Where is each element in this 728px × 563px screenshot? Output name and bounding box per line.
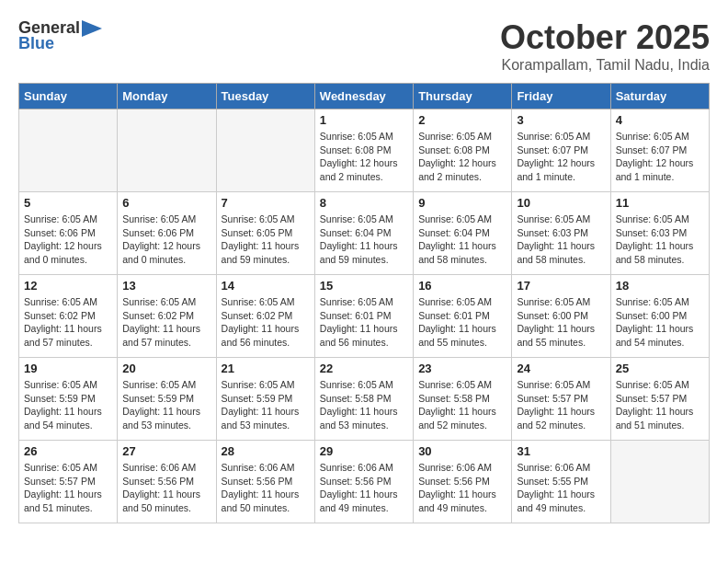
day-number: 27: [122, 444, 210, 458]
table-row: 31Sunrise: 6:06 AMSunset: 5:55 PMDayligh…: [512, 441, 610, 523]
table-row: 24Sunrise: 6:05 AMSunset: 5:57 PMDayligh…: [512, 358, 610, 441]
table-row: 30Sunrise: 6:06 AMSunset: 5:56 PMDayligh…: [414, 441, 512, 523]
svg-marker-0: [82, 20, 102, 37]
title-block: October 2025 Korampallam, Tamil Nadu, In…: [500, 18, 710, 74]
day-number: 16: [418, 279, 506, 293]
day-detail: Sunrise: 6:05 AMSunset: 6:02 PMDaylight:…: [24, 295, 112, 350]
table-row: 13Sunrise: 6:05 AMSunset: 6:02 PMDayligh…: [118, 275, 216, 358]
col-sunday: Sunday: [19, 84, 118, 109]
day-number: 5: [24, 196, 112, 210]
logo: General Blue: [18, 18, 102, 53]
day-number: 6: [122, 196, 210, 210]
day-detail: Sunrise: 6:06 AMSunset: 5:56 PMDaylight:…: [418, 461, 506, 515]
day-number: 29: [320, 444, 408, 458]
day-number: 10: [517, 196, 605, 210]
day-number: 25: [616, 362, 704, 375]
day-detail: Sunrise: 6:05 AMSunset: 5:57 PMDaylight:…: [517, 378, 605, 432]
col-saturday: Saturday: [610, 84, 709, 109]
day-detail: Sunrise: 6:05 AMSunset: 6:04 PMDaylight:…: [418, 213, 506, 267]
table-row: 2Sunrise: 6:05 AMSunset: 6:08 PMDaylight…: [414, 109, 512, 192]
table-row: 15Sunrise: 6:05 AMSunset: 6:01 PMDayligh…: [314, 275, 413, 358]
day-number: 7: [222, 196, 310, 210]
day-number: 17: [517, 279, 605, 293]
day-detail: Sunrise: 6:05 AMSunset: 6:03 PMDaylight:…: [517, 213, 605, 267]
day-number: 1: [320, 113, 408, 127]
table-row: 28Sunrise: 6:06 AMSunset: 5:56 PMDayligh…: [216, 441, 314, 523]
table-row: 6Sunrise: 6:05 AMSunset: 6:06 PMDaylight…: [118, 192, 216, 275]
day-number: 23: [418, 362, 506, 375]
day-number: 11: [616, 196, 704, 210]
table-row: 5Sunrise: 6:05 AMSunset: 6:06 PMDaylight…: [19, 192, 118, 275]
table-row: [216, 109, 314, 192]
table-row: 18Sunrise: 6:05 AMSunset: 6:00 PMDayligh…: [610, 275, 709, 358]
table-row: 20Sunrise: 6:05 AMSunset: 5:59 PMDayligh…: [118, 358, 216, 441]
day-number: 13: [122, 279, 210, 293]
table-row: 11Sunrise: 6:05 AMSunset: 6:03 PMDayligh…: [610, 192, 709, 275]
col-wednesday: Wednesday: [314, 84, 413, 109]
page-header: General Blue October 2025 Korampallam, T…: [18, 18, 710, 74]
table-row: 1Sunrise: 6:05 AMSunset: 6:08 PMDaylight…: [314, 109, 413, 192]
day-number: 28: [222, 444, 310, 458]
day-detail: Sunrise: 6:06 AMSunset: 5:55 PMDaylight:…: [517, 461, 605, 515]
day-detail: Sunrise: 6:05 AMSunset: 6:05 PMDaylight:…: [222, 213, 310, 267]
calendar-week-row: 26Sunrise: 6:05 AMSunset: 5:57 PMDayligh…: [19, 441, 710, 523]
day-number: 31: [517, 444, 605, 458]
calendar-week-row: 12Sunrise: 6:05 AMSunset: 6:02 PMDayligh…: [19, 275, 710, 358]
logo-arrow-icon: [82, 20, 102, 37]
calendar-title: October 2025: [500, 18, 710, 57]
table-row: 7Sunrise: 6:05 AMSunset: 6:05 PMDaylight…: [216, 192, 314, 275]
table-row: 10Sunrise: 6:05 AMSunset: 6:03 PMDayligh…: [512, 192, 610, 275]
col-monday: Monday: [118, 84, 216, 109]
day-number: 24: [517, 362, 605, 375]
day-number: 19: [24, 362, 112, 375]
day-detail: Sunrise: 6:05 AMSunset: 5:59 PMDaylight:…: [122, 378, 210, 432]
day-detail: Sunrise: 6:05 AMSunset: 6:07 PMDaylight:…: [616, 130, 704, 184]
day-number: 21: [222, 362, 310, 375]
day-detail: Sunrise: 6:05 AMSunset: 5:58 PMDaylight:…: [418, 378, 506, 432]
day-number: 9: [418, 196, 506, 210]
table-row: 9Sunrise: 6:05 AMSunset: 6:04 PMDaylight…: [414, 192, 512, 275]
day-detail: Sunrise: 6:05 AMSunset: 6:08 PMDaylight:…: [418, 130, 506, 184]
table-row: 29Sunrise: 6:06 AMSunset: 5:56 PMDayligh…: [314, 441, 413, 523]
day-number: 4: [616, 113, 704, 127]
table-row: 12Sunrise: 6:05 AMSunset: 6:02 PMDayligh…: [19, 275, 118, 358]
day-detail: Sunrise: 6:05 AMSunset: 6:00 PMDaylight:…: [616, 295, 704, 350]
day-detail: Sunrise: 6:05 AMSunset: 5:57 PMDaylight:…: [616, 378, 704, 432]
table-row: 16Sunrise: 6:05 AMSunset: 6:01 PMDayligh…: [414, 275, 512, 358]
table-row: 26Sunrise: 6:05 AMSunset: 5:57 PMDayligh…: [19, 441, 118, 523]
table-row: [118, 109, 216, 192]
logo-blue-text: Blue: [18, 34, 54, 53]
calendar-week-row: 1Sunrise: 6:05 AMSunset: 6:08 PMDaylight…: [19, 109, 710, 192]
day-detail: Sunrise: 6:05 AMSunset: 5:59 PMDaylight:…: [24, 378, 112, 432]
day-detail: Sunrise: 6:05 AMSunset: 5:58 PMDaylight:…: [320, 378, 408, 432]
table-row: 25Sunrise: 6:05 AMSunset: 5:57 PMDayligh…: [610, 358, 709, 441]
day-number: 15: [320, 279, 408, 293]
calendar-table: Sunday Monday Tuesday Wednesday Thursday…: [18, 83, 710, 523]
col-tuesday: Tuesday: [216, 84, 314, 109]
day-detail: Sunrise: 6:05 AMSunset: 6:01 PMDaylight:…: [418, 295, 506, 350]
table-row: 23Sunrise: 6:05 AMSunset: 5:58 PMDayligh…: [414, 358, 512, 441]
col-thursday: Thursday: [414, 84, 512, 109]
table-row: 21Sunrise: 6:05 AMSunset: 5:59 PMDayligh…: [216, 358, 314, 441]
table-row: 17Sunrise: 6:05 AMSunset: 6:00 PMDayligh…: [512, 275, 610, 358]
table-row: 14Sunrise: 6:05 AMSunset: 6:02 PMDayligh…: [216, 275, 314, 358]
day-number: 26: [24, 444, 112, 458]
table-row: [19, 109, 118, 192]
day-detail: Sunrise: 6:05 AMSunset: 6:02 PMDaylight:…: [222, 295, 310, 350]
day-detail: Sunrise: 6:06 AMSunset: 5:56 PMDaylight:…: [122, 461, 210, 515]
day-number: 20: [122, 362, 210, 375]
col-friday: Friday: [512, 84, 610, 109]
day-detail: Sunrise: 6:05 AMSunset: 6:08 PMDaylight:…: [320, 130, 408, 184]
day-detail: Sunrise: 6:06 AMSunset: 5:56 PMDaylight:…: [222, 461, 310, 515]
day-detail: Sunrise: 6:05 AMSunset: 6:03 PMDaylight:…: [616, 213, 704, 267]
day-detail: Sunrise: 6:05 AMSunset: 6:06 PMDaylight:…: [24, 213, 112, 267]
day-number: 12: [24, 279, 112, 293]
day-detail: Sunrise: 6:05 AMSunset: 6:04 PMDaylight:…: [320, 213, 408, 267]
calendar-subtitle: Korampallam, Tamil Nadu, India: [500, 57, 710, 74]
day-detail: Sunrise: 6:05 AMSunset: 5:57 PMDaylight:…: [24, 461, 112, 515]
day-detail: Sunrise: 6:05 AMSunset: 6:06 PMDaylight:…: [122, 213, 210, 267]
calendar-week-row: 5Sunrise: 6:05 AMSunset: 6:06 PMDaylight…: [19, 192, 710, 275]
day-detail: Sunrise: 6:05 AMSunset: 6:00 PMDaylight:…: [517, 295, 605, 350]
table-row: [610, 441, 709, 523]
table-row: 22Sunrise: 6:05 AMSunset: 5:58 PMDayligh…: [314, 358, 413, 441]
